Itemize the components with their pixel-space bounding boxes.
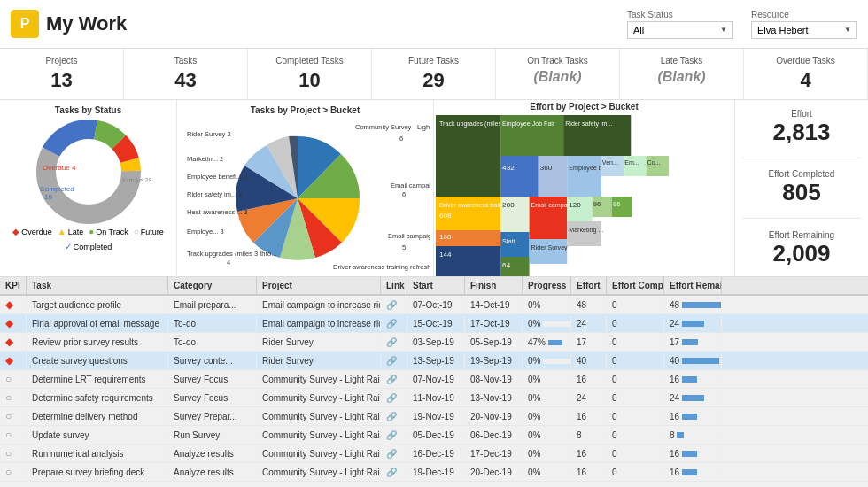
- kpi-cell: ◆: [0, 352, 27, 369]
- task-cell: Prepare survey briefing deck: [27, 465, 168, 480]
- svg-text:5: 5: [402, 244, 406, 251]
- progress-text: 0%: [528, 319, 540, 329]
- svg-text:Future 29: Future 29: [122, 176, 151, 184]
- metric-value: 13: [11, 69, 112, 92]
- effort-completed-cell: 0: [607, 372, 664, 387]
- task-status-select[interactable]: All ▼: [627, 21, 733, 39]
- treemap-title: Effort by Project > Bucket: [436, 102, 732, 112]
- effort-completed-label: Effort Completed: [742, 169, 861, 179]
- link-cell[interactable]: 🔗: [381, 409, 407, 424]
- svg-text:Heat awareness ... 3: Heat awareness ... 3: [187, 208, 248, 216]
- kpi-diamond-icon: ◆: [5, 354, 13, 367]
- category-cell: Survey Prepar...: [168, 409, 257, 424]
- metric-card: Projects 13: [0, 49, 124, 99]
- effort-remaining-cell: 16: [664, 372, 722, 387]
- svg-text:Driver awareness traini...: Driver awareness traini...: [439, 202, 509, 208]
- donut-chart: Overdue 4 Completed 10 Future 29: [27, 119, 151, 225]
- link-cell[interactable]: 🔗: [381, 353, 407, 368]
- link-cell[interactable]: 🔗: [381, 446, 407, 461]
- start-cell: 07-Nov-19: [407, 372, 465, 387]
- effort-remaining-cell: 24: [664, 316, 722, 331]
- link-cell[interactable]: 🔗: [381, 316, 407, 331]
- metrics-row: Projects 13Tasks 43Completed Tasks 10Fut…: [0, 49, 868, 100]
- effort-remaining-text: 24: [670, 393, 679, 403]
- effort-remaining-cell: 24: [664, 390, 722, 406]
- finish-cell: 19-Sep-19: [465, 353, 523, 368]
- effort-remaining-bar: [682, 395, 704, 401]
- svg-text:Rider safety im... 2: Rider safety im... 2: [187, 190, 243, 198]
- progress-cell: 0%: [523, 446, 571, 461]
- category-cell: Run Survey: [168, 428, 257, 443]
- legend-completed: ✓Completed: [65, 242, 112, 251]
- project-cell: Email campaign to increase rider's aware…: [257, 298, 381, 313]
- svg-text:Ven...: Ven...: [602, 159, 618, 166]
- effort-remaining-bar: [682, 469, 697, 475]
- effort-completed-text: 0: [612, 412, 617, 421]
- kpi-cell: ◆: [0, 296, 27, 313]
- legend-overdue: ◆Overdue: [12, 227, 52, 236]
- progress-cell: 0%: [523, 409, 571, 424]
- progress-text: 0%: [528, 449, 540, 459]
- svg-text:4: 4: [358, 272, 361, 274]
- progress-cell: 0%: [523, 428, 571, 443]
- effort-remaining-bar: [682, 414, 697, 420]
- project-cell: Community Survey - Light Rail P2: [257, 428, 381, 443]
- svg-text:Completed: Completed: [40, 185, 74, 193]
- task-status-value: All: [633, 25, 644, 35]
- category-cell: Analyze results: [168, 465, 257, 480]
- link-cell[interactable]: 🔗: [381, 465, 407, 480]
- project-cell: Community Survey - Light Rail P2: [257, 446, 381, 461]
- effort-cell: 16: [571, 372, 607, 387]
- svg-rect-26: [436, 115, 500, 197]
- progress-cell: 47%: [523, 335, 571, 350]
- effort-remaining-text: 48: [670, 300, 679, 310]
- svg-text:Em...: Em...: [624, 159, 639, 166]
- svg-text:96: 96: [593, 200, 601, 208]
- kpi-diamond-icon: ◆: [5, 336, 13, 348]
- finish-cell: 08-Nov-19: [465, 372, 523, 387]
- link-cell[interactable]: 🔗: [381, 390, 407, 406]
- resource-select[interactable]: Elva Hebert ▼: [751, 21, 857, 39]
- project-cell: Rider Survey: [257, 335, 381, 350]
- effort-panel: Effort 2,813 Effort Completed 805 Effort…: [735, 100, 868, 276]
- metric-value: 29: [383, 69, 484, 92]
- category-cell: To-do: [168, 335, 257, 350]
- table-row: ○Determine safety requirementsSurvey Foc…: [0, 389, 868, 407]
- link-cell[interactable]: 🔗: [381, 428, 407, 443]
- external-link-icon: 🔗: [386, 430, 397, 440]
- kpi-cell: ○: [0, 389, 27, 406]
- svg-text:Rider safety im...: Rider safety im...: [565, 120, 612, 128]
- table-column-header: Progress: [523, 277, 571, 294]
- pie-chart-title: Tasks by Project > Bucket: [182, 105, 428, 115]
- kpi-diamond-icon: ◆: [5, 298, 13, 311]
- start-cell: 13-Sep-19: [407, 353, 465, 368]
- kpi-diamond-icon: ◆: [5, 317, 13, 329]
- finish-cell: 17-Dec-19: [465, 446, 523, 461]
- progress-text: 47%: [528, 337, 546, 347]
- effort-remaining-cell: 16: [664, 446, 722, 461]
- link-cell[interactable]: 🔗: [381, 335, 407, 350]
- start-cell: 07-Oct-19: [407, 298, 465, 313]
- metric-label: Future Tasks: [383, 56, 484, 66]
- effort-remaining-text: 17: [670, 337, 679, 347]
- effort-cell: 17: [571, 335, 607, 350]
- task-status-filter: Task Status All ▼: [627, 10, 733, 39]
- effort-remaining-cell: 17: [664, 335, 722, 350]
- progress-bar-bg: [543, 396, 571, 401]
- donut-chart-panel: Tasks by Status Overdue 4 Completed 10: [0, 100, 177, 276]
- treemap-panel: Effort by Project > Bucket Track upgrade…: [434, 100, 735, 276]
- external-link-icon: 🔗: [386, 393, 397, 403]
- progress-text: 0%: [528, 430, 540, 440]
- effort-completed-cell: 0: [607, 465, 664, 480]
- link-cell[interactable]: 🔗: [381, 298, 407, 313]
- effort-remaining-text: 40: [670, 356, 679, 366]
- metric-value: 10: [259, 69, 360, 92]
- task-cell: Update survey: [27, 428, 168, 443]
- svg-text:Rider Survey: Rider Survey: [531, 244, 569, 251]
- external-link-icon: 🔗: [386, 337, 397, 347]
- progress-text: 0%: [528, 393, 540, 403]
- link-cell[interactable]: 🔗: [381, 372, 407, 387]
- effort-completed-cell: 0: [607, 335, 664, 350]
- effort-completed-value: 805: [742, 179, 861, 206]
- kpi-cell: ○: [0, 370, 27, 388]
